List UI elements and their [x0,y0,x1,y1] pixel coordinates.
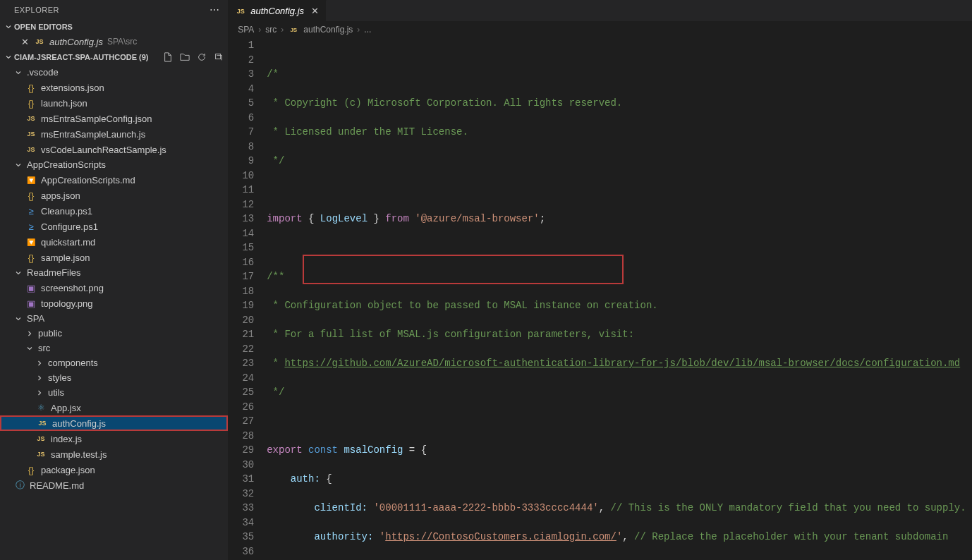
md-file-icon: 🔽 [25,174,37,185]
folder-readmefiles[interactable]: ReadmeFiles [0,265,228,280]
refresh-icon[interactable] [197,52,207,62]
md-file-icon: 🔽 [25,236,37,248]
chevron-right-icon: › [357,25,360,35]
project-section[interactable]: CIAM-JSREACT-SPA-AUTHCODE (9) [0,49,228,65]
breadcrumb[interactable]: SPA› src› JS authConfig.js› ... [228,21,972,38]
js-file-icon: JS [35,433,47,444]
folder-styles[interactable]: styles [0,370,228,385]
code-editor[interactable]: 1234567891011121314151617181920212223242… [228,38,972,560]
close-icon[interactable]: ✕ [20,37,30,47]
explorer-title: EXPLORER [14,6,59,14]
open-editors-label: OPEN EDITORS [14,23,224,31]
file-msentra-launch[interactable]: JSmsEntraSampleLaunch.js [0,126,228,142]
powershell-file-icon: ≥ [25,221,37,232]
chevron-down-icon [14,315,23,323]
json-file-icon: {} [25,97,37,109]
chevron-right-icon [35,389,44,397]
chevron-right-icon [35,374,44,382]
folder-vscode[interactable]: .vscode [0,65,228,80]
code-content[interactable]: /* * Copyright (c) Microsoft Corporation… [267,38,972,560]
json-file-icon: {} [25,464,37,475]
folder-spa[interactable]: SPA [0,311,228,326]
chevron-right-icon [35,359,44,367]
open-editor-item[interactable]: ✕ JS authConfig.js SPA\src [0,34,228,49]
powershell-file-icon: ≥ [25,205,37,217]
file-appcreationscripts-md[interactable]: 🔽AppCreationScripts.md [0,172,228,188]
editor-area: JS authConfig.js ✕ SPA› src› JS authConf… [228,0,972,560]
breadcrumb-spa[interactable]: SPA [238,25,254,35]
image-file-icon: ▣ [25,282,37,293]
file-vscode-launch-react[interactable]: JSvsCodeLaunchReactSample.js [0,142,228,157]
breadcrumb-file[interactable]: authConfig.js [303,25,353,35]
chevron-down-icon [3,53,14,61]
folder-public[interactable]: public [0,326,228,341]
folder-components[interactable]: components [0,355,228,370]
js-file-icon: JS [35,449,47,460]
open-editor-path: SPA\src [107,37,137,47]
folder-utils[interactable]: utils [0,385,228,400]
chevron-down-icon [14,68,23,77]
chevron-right-icon [25,329,34,338]
new-file-icon[interactable] [163,52,173,62]
file-sample-json[interactable]: {}sample.json [0,250,228,265]
chevron-down-icon [14,161,23,169]
open-editors-section[interactable]: OPEN EDITORS [0,20,228,34]
js-file-icon: JS [37,418,48,429]
react-file-icon: ⚛ [35,402,47,413]
json-file-icon: {} [25,252,37,263]
file-sample-test-js[interactable]: JSsample.test.js [0,446,228,462]
project-action-icons [163,52,224,62]
file-index-js[interactable]: JSindex.js [0,431,228,446]
breadcrumb-more[interactable]: ... [364,25,371,35]
image-file-icon: ▣ [25,298,37,309]
chevron-right-icon: › [258,25,261,35]
explorer-sidebar: EXPLORER ⋯ OPEN EDITORS ✕ JS authConfig.… [0,0,228,560]
file-apps-json[interactable]: {}apps.json [0,188,228,203]
chevron-right-icon: › [281,25,284,35]
new-folder-icon[interactable] [180,52,190,62]
chevron-down-icon [25,344,34,353]
breadcrumb-src[interactable]: src [265,25,277,35]
explorer-more-icon[interactable]: ⋯ [209,4,221,16]
file-launch-json[interactable]: {}launch.json [0,95,228,111]
file-authconfig-js[interactable]: JSauthConfig.js [0,415,228,431]
editor-tabs: JS authConfig.js ✕ [228,0,972,21]
project-label: CIAM-JSREACT-SPA-AUTHCODE (9) [14,53,163,61]
collapse-all-icon[interactable] [214,52,224,62]
json-file-icon: {} [25,190,37,201]
svg-rect-0 [216,54,221,59]
js-file-icon: JS [25,113,37,124]
js-file-icon: JS [288,24,299,35]
line-numbers: 1234567891011121314151617181920212223242… [228,38,267,560]
js-file-icon: JS [25,144,37,155]
js-file-icon: JS [235,6,246,17]
close-icon[interactable]: ✕ [311,6,319,16]
json-file-icon: {} [25,82,37,93]
file-quickstart-md[interactable]: 🔽quickstart.md [0,234,228,250]
js-file-icon: JS [34,36,45,47]
file-topology-png[interactable]: ▣topology.png [0,296,228,311]
folder-src[interactable]: src [0,341,228,355]
file-readme-md[interactable]: ⓘREADME.md [0,477,228,493]
file-app-jsx[interactable]: ⚛App.jsx [0,400,228,415]
file-configure-ps1[interactable]: ≥Configure.ps1 [0,219,228,234]
file-extensions-json[interactable]: {}extensions.json [0,80,228,95]
folder-appcreationscripts[interactable]: AppCreationScripts [0,157,228,172]
open-editor-filename: authConfig.js [49,37,103,47]
info-file-icon: ⓘ [14,480,25,491]
file-cleanup-ps1[interactable]: ≥Cleanup.ps1 [0,203,228,219]
tab-authconfig[interactable]: JS authConfig.js ✕ [228,0,327,21]
js-file-icon: JS [25,128,37,140]
file-screenshot-png[interactable]: ▣screenshot.png [0,280,228,296]
chevron-down-icon [14,269,23,277]
tab-label: authConfig.js [250,6,304,16]
chevron-down-icon [3,23,14,31]
file-package-json[interactable]: {}package.json [0,462,228,477]
file-msentra-config[interactable]: JSmsEntraSampleConfig.json [0,111,228,126]
explorer-header: EXPLORER ⋯ [0,0,228,20]
